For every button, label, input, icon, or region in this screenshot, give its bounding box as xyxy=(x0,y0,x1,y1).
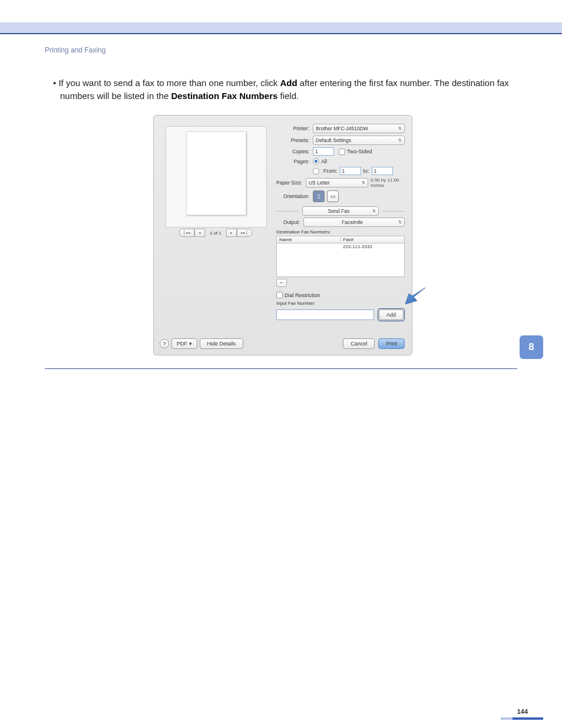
cell-name xyxy=(277,243,340,250)
presets-value: Default Settings xyxy=(316,137,351,143)
preview-sheet xyxy=(186,131,246,215)
preview-pane xyxy=(166,126,267,228)
destination-label: Destination Fax Numbers: xyxy=(276,229,405,235)
pages-label: Pages: xyxy=(276,159,313,164)
dial-restriction-checkbox[interactable] xyxy=(276,292,283,298)
header-band xyxy=(0,22,562,33)
para-add-bold: Add xyxy=(280,78,297,88)
paper-dimensions: 8.50 by 11.00 inches xyxy=(371,177,405,188)
pager-prev-button[interactable]: ◂ xyxy=(194,229,205,237)
para-text: If you want to send a fax to more than o… xyxy=(58,78,280,88)
dial-restriction-label: Dial Restriction xyxy=(285,292,320,298)
input-fax-label: Input Fax Number: xyxy=(276,301,405,306)
print-button[interactable]: Print xyxy=(378,338,405,349)
pages-all-radio[interactable] xyxy=(313,158,319,164)
panel-divider: Send Fax⇅ xyxy=(276,207,405,215)
pager-last-button[interactable]: ▸▸⎮ xyxy=(237,229,252,237)
input-fax-field[interactable] xyxy=(276,309,374,320)
output-value: Facsimile xyxy=(342,219,363,225)
preview-pager: ⎮◂◂ ◂ 1 of 1 ▸ ▸▸⎮ xyxy=(168,229,263,237)
pages-to-label: to: xyxy=(363,168,369,174)
papersize-select[interactable]: US Letter⇅ xyxy=(306,178,368,187)
output-select[interactable]: Facsimile⇅ xyxy=(303,218,405,227)
pdf-menu-button[interactable]: PDF ▾ xyxy=(171,338,197,349)
pages-all-label: All xyxy=(321,159,327,164)
help-button[interactable]: ? xyxy=(160,339,169,348)
cancel-button[interactable]: Cancel xyxy=(343,338,375,349)
pages-from-input[interactable]: 1 xyxy=(340,167,361,175)
panel-value: Send Fax xyxy=(328,208,349,214)
printer-value: Brother MFC-J4510DW xyxy=(316,126,368,131)
copies-label: Copies: xyxy=(276,149,313,154)
chevron-updown-icon: ⇅ xyxy=(372,209,376,213)
page-number: 144 xyxy=(517,708,528,715)
col-name: Name xyxy=(277,236,341,243)
printer-label: Printer: xyxy=(276,126,313,131)
print-dialog: ⎮◂◂ ◂ 1 of 1 ▸ ▸▸⎮ Printer: Brother MFC-… xyxy=(153,115,412,355)
presets-select[interactable]: Default Settings⇅ xyxy=(313,136,405,145)
destination-table-header: Name Fax# xyxy=(276,236,405,243)
printer-select[interactable]: Brother MFC-J4510DW⇅ xyxy=(313,124,405,133)
col-fax: Fax# xyxy=(341,236,405,243)
chevron-updown-icon: ⇅ xyxy=(398,126,402,131)
chevron-updown-icon: ⇅ xyxy=(398,220,402,225)
bottom-rule xyxy=(45,368,517,369)
para-text-3: field. xyxy=(277,91,299,101)
page-number-accent xyxy=(513,717,543,720)
orientation-label: Orientation: xyxy=(276,193,313,199)
portrait-icon: ▯ xyxy=(318,193,320,199)
pages-to-input[interactable]: 1 xyxy=(372,167,393,175)
para-dest-bold: Destination Fax Numbers xyxy=(171,91,277,101)
destination-table[interactable]: 222-111-3333 xyxy=(276,243,405,277)
pages-from-label: From: xyxy=(323,168,338,174)
twosided-label: Two-Sided xyxy=(347,149,372,154)
orientation-landscape-button[interactable]: ▭ xyxy=(327,190,339,202)
body-paragraph: • If you want to send a fax to more than… xyxy=(45,77,517,103)
cell-fax: 222-111-3333 xyxy=(340,243,404,250)
hide-details-button[interactable]: Hide Details xyxy=(200,338,244,349)
header-rule xyxy=(0,33,562,34)
pager-first-button[interactable]: ⎮◂◂ xyxy=(179,229,194,237)
chapter-tab: 8 xyxy=(520,335,543,359)
pages-from-radio[interactable] xyxy=(313,168,319,174)
chevron-updown-icon: ⇅ xyxy=(362,180,365,185)
papersize-label: Paper Size: xyxy=(276,180,306,186)
table-row[interactable]: 222-111-3333 xyxy=(277,243,404,250)
twosided-checkbox[interactable] xyxy=(339,149,345,155)
pager-next-button[interactable]: ▸ xyxy=(226,229,237,237)
panel-select[interactable]: Send Fax⇅ xyxy=(302,206,379,216)
presets-label: Presets: xyxy=(276,137,313,143)
pager-label: 1 of 1 xyxy=(205,230,226,236)
copies-input[interactable]: 1 xyxy=(313,147,334,156)
papersize-value: US Letter xyxy=(309,180,330,186)
orientation-portrait-button[interactable]: ▯ xyxy=(313,190,325,202)
remove-button[interactable]: − xyxy=(276,279,287,287)
add-button-highlight: Add xyxy=(378,308,405,321)
output-label: Output: xyxy=(276,219,303,225)
landscape-icon: ▭ xyxy=(330,193,336,199)
add-button[interactable]: Add xyxy=(379,309,404,320)
chevron-updown-icon: ⇅ xyxy=(398,138,402,143)
breadcrumb: Printing and Faxing xyxy=(45,46,517,54)
page-number-accent-light xyxy=(501,717,513,720)
